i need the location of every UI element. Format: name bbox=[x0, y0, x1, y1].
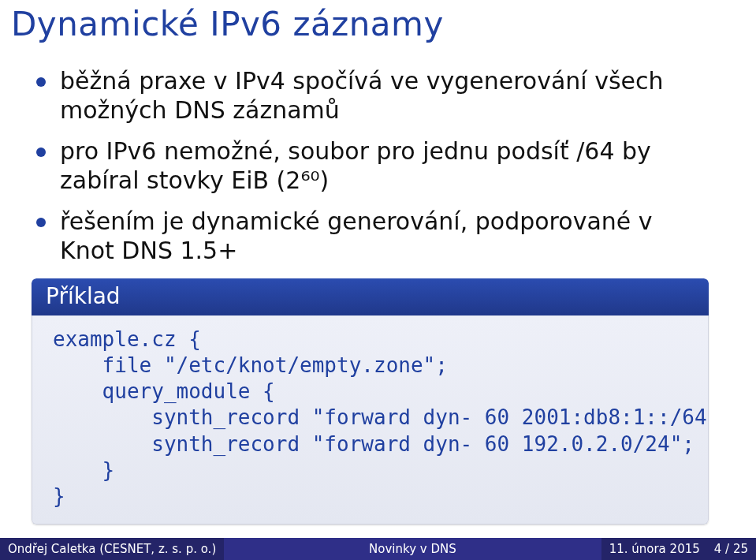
footer-date: 11. února 2015 bbox=[609, 542, 700, 556]
footer-right: 11. února 2015 4 / 25 bbox=[601, 538, 756, 560]
slide-content: běžná praxe v IPv4 spočívá ve vygenerová… bbox=[0, 50, 756, 560]
footer-author: Ondřej Caletka (CESNET, z. s. p. o.) bbox=[0, 538, 224, 560]
footer-page: 4 / 25 bbox=[714, 542, 748, 556]
list-item: pro IPv6 nemožné, soubor pro jednu podsí… bbox=[32, 137, 709, 195]
footer-title: Novinky v DNS bbox=[224, 538, 601, 560]
example-block-title: Příklad bbox=[32, 278, 709, 315]
code-sample: example.cz { file "/etc/knot/empty.zone"… bbox=[53, 327, 687, 510]
example-block: Příklad example.cz { file "/etc/knot/emp… bbox=[32, 278, 709, 525]
footer: Ondřej Caletka (CESNET, z. s. p. o.) Nov… bbox=[0, 538, 756, 560]
list-item: řešením je dynamické generování, podporo… bbox=[32, 207, 709, 265]
bullet-list: běžná praxe v IPv4 spočívá ve vygenerová… bbox=[32, 67, 709, 266]
slide-title: Dynamické IPv6 záznamy bbox=[0, 0, 756, 50]
example-block-body: example.cz { file "/etc/knot/empty.zone"… bbox=[32, 315, 709, 525]
list-item: běžná praxe v IPv4 spočívá ve vygenerová… bbox=[32, 67, 709, 125]
